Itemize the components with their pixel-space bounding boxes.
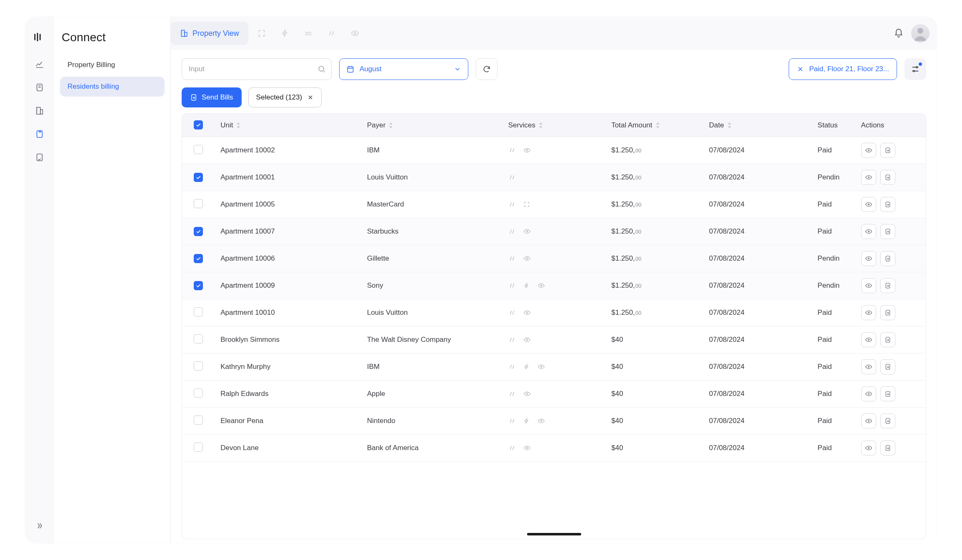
user-avatar[interactable]: [911, 24, 930, 42]
nav-document-icon[interactable]: [30, 148, 49, 167]
service-waves-icon: [508, 417, 516, 425]
send-row-button[interactable]: [880, 197, 895, 212]
view-row-button[interactable]: [861, 413, 876, 428]
row-checkbox[interactable]: [194, 416, 203, 425]
row-checkbox[interactable]: [194, 388, 203, 398]
svg-point-43: [868, 421, 869, 422]
row-checkbox[interactable]: [194, 145, 203, 154]
month-select[interactable]: August: [339, 58, 468, 80]
cell-services: [502, 326, 606, 353]
vertical-scrollbar[interactable]: [926, 114, 926, 164]
col-header-label: Unit: [220, 121, 233, 129]
view-row-button[interactable]: [861, 305, 876, 320]
send-row-button[interactable]: [880, 224, 895, 239]
service-eye-icon: [523, 444, 531, 452]
send-row-button[interactable]: [880, 413, 895, 428]
nav-building-icon[interactable]: [30, 102, 49, 120]
svg-rect-41: [886, 391, 890, 396]
nav-analytics-icon[interactable]: [30, 55, 49, 73]
send-row-button[interactable]: [880, 251, 895, 266]
notifications-button[interactable]: [890, 24, 908, 42]
col-header-services[interactable]: Services: [502, 114, 606, 137]
service-eye-icon: [523, 228, 531, 235]
view-row-button[interactable]: [861, 386, 876, 401]
view-row-button[interactable]: [861, 332, 876, 347]
svg-point-22: [868, 231, 869, 232]
view-row-button[interactable]: [861, 441, 876, 455]
sidenav-item-residents-billing[interactable]: Residents billing: [60, 77, 165, 97]
service-waves-icon: [508, 444, 516, 452]
row-checkbox[interactable]: [194, 199, 203, 208]
table-row: Devon Lane Bank of America $40 07/08/202…: [182, 435, 926, 462]
table-row: Eleanor Pena Nintendo $40 07/08/2024 Pai…: [182, 408, 926, 435]
refresh-button[interactable]: [476, 58, 497, 80]
col-header-total[interactable]: Total Amount: [605, 114, 703, 137]
col-header-label: Status: [817, 121, 837, 129]
row-checkbox[interactable]: [194, 173, 203, 182]
tool-slash-icon[interactable]: [322, 23, 342, 43]
selected-chip-label: Selected (123): [256, 93, 302, 102]
view-row-button[interactable]: [861, 143, 876, 158]
filter-settings-button[interactable]: [905, 58, 926, 80]
cell-actions: [855, 272, 926, 299]
expand-sidebar-button[interactable]: [30, 517, 49, 535]
send-row-button[interactable]: [880, 170, 895, 185]
svg-point-17: [868, 177, 869, 178]
service-waves-icon: [508, 201, 516, 208]
applied-filters-pill[interactable]: Paid, Floor 21, Floor 23...: [789, 58, 897, 80]
svg-point-24: [526, 258, 527, 259]
nav-notes-icon[interactable]: [30, 78, 49, 97]
cell-status: Pendin: [812, 272, 855, 299]
cell-amount: $40: [605, 353, 703, 381]
send-row-button[interactable]: [880, 305, 895, 320]
view-row-button[interactable]: [861, 359, 876, 374]
search-input[interactable]: [182, 58, 332, 80]
row-checkbox[interactable]: [194, 307, 203, 316]
nav-billing-icon[interactable]: [30, 125, 49, 143]
tool-expand-icon[interactable]: [252, 23, 272, 43]
horizontal-scrollbar[interactable]: [182, 533, 926, 536]
send-row-button[interactable]: [880, 332, 895, 347]
col-header-date[interactable]: Date: [703, 114, 812, 137]
row-checkbox[interactable]: [194, 443, 203, 452]
select-all-checkbox[interactable]: [194, 120, 203, 129]
view-row-button[interactable]: [861, 224, 876, 239]
view-row-button[interactable]: [861, 278, 876, 293]
svg-point-31: [868, 312, 869, 314]
send-row-button[interactable]: [880, 359, 895, 374]
row-checkbox[interactable]: [194, 361, 203, 371]
tab-property-view[interactable]: Property View: [171, 22, 248, 45]
tool-bolt-icon[interactable]: [275, 23, 295, 43]
send-bills-button[interactable]: Send Bills: [182, 87, 242, 107]
row-checkbox[interactable]: [194, 227, 203, 236]
col-header-payer[interactable]: Payer: [361, 114, 502, 137]
cell-status: Paid: [812, 137, 855, 164]
send-row-button[interactable]: [880, 278, 895, 293]
table-row: Apartment 10007 Starbucks $1.250,00 07/0…: [182, 218, 926, 245]
selected-chip[interactable]: Selected (123): [248, 87, 322, 107]
view-row-button[interactable]: [861, 197, 876, 212]
send-row-button[interactable]: [880, 441, 895, 455]
svg-point-25: [868, 258, 869, 259]
view-row-button[interactable]: [861, 170, 876, 185]
view-row-button[interactable]: [861, 251, 876, 266]
row-checkbox[interactable]: [194, 334, 203, 343]
sidenav-item-property-billing[interactable]: Property Billing: [60, 55, 165, 75]
tool-eye-icon[interactable]: [345, 23, 365, 43]
table-row: Apartment 10006 Gillette $1.250,00 07/08…: [182, 245, 926, 272]
svg-rect-16: [886, 148, 890, 153]
cell-unit: Ralph Edwards: [215, 381, 361, 408]
send-row-button[interactable]: [880, 386, 895, 401]
service-expand-icon: [523, 201, 530, 208]
row-checkbox[interactable]: [194, 281, 203, 290]
col-header-unit[interactable]: Unit: [215, 114, 361, 137]
close-icon[interactable]: [307, 94, 314, 101]
send-row-button[interactable]: [880, 143, 895, 158]
col-header-label: Payer: [367, 121, 385, 129]
cell-actions: [855, 218, 926, 245]
svg-rect-23: [886, 229, 890, 234]
tool-waves-icon[interactable]: [298, 23, 318, 43]
row-checkbox[interactable]: [194, 254, 203, 263]
cell-date: 07/08/2024: [703, 299, 812, 326]
service-eye-icon: [523, 336, 531, 343]
